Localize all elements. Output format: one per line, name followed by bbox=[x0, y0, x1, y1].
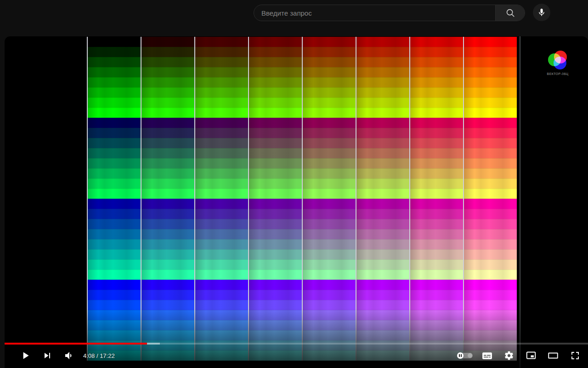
video-surface[interactable]: ВЕКТОР-06Ц bbox=[5, 36, 588, 368]
palette-cell bbox=[464, 108, 517, 118]
fullscreen-button[interactable] bbox=[564, 345, 586, 366]
palette-cell bbox=[88, 290, 141, 300]
palette-cell bbox=[249, 300, 302, 310]
palette-cell bbox=[303, 310, 356, 320]
palette-cell bbox=[195, 178, 248, 189]
palette-cell bbox=[410, 270, 463, 280]
palette-cell bbox=[195, 300, 248, 310]
palette-cell bbox=[303, 320, 356, 330]
palette-cell bbox=[303, 239, 356, 249]
palette-cell bbox=[464, 178, 517, 189]
palette-column bbox=[248, 37, 302, 361]
palette-cell bbox=[303, 77, 356, 87]
palette-cell bbox=[410, 280, 463, 290]
palette-cell bbox=[303, 128, 356, 138]
palette-cell bbox=[464, 138, 517, 148]
palette-cell bbox=[464, 310, 517, 320]
palette-cell bbox=[464, 209, 517, 219]
palette-cell bbox=[195, 168, 248, 178]
palette-cell bbox=[410, 330, 463, 340]
settings-button[interactable] bbox=[498, 345, 520, 366]
palette-cell bbox=[88, 209, 141, 219]
palette-cell bbox=[88, 118, 141, 128]
palette-cell bbox=[88, 87, 141, 98]
palette-cell bbox=[249, 330, 302, 340]
palette-cell bbox=[356, 87, 409, 98]
autoplay-toggle-icon bbox=[457, 352, 473, 359]
palette-cell bbox=[303, 259, 356, 270]
palette-cell bbox=[303, 199, 356, 209]
palette-cell bbox=[410, 108, 463, 118]
search-button[interactable] bbox=[495, 5, 525, 21]
palette-cell bbox=[464, 280, 517, 290]
palette-cell bbox=[141, 249, 194, 259]
palette-cell bbox=[141, 138, 194, 148]
play-button[interactable] bbox=[14, 345, 36, 366]
theater-mode-button[interactable] bbox=[542, 345, 564, 366]
palette-cell bbox=[410, 310, 463, 320]
palette-cell bbox=[356, 199, 409, 209]
palette-cell bbox=[249, 290, 302, 300]
search-input[interactable] bbox=[254, 5, 495, 21]
progress-bar[interactable] bbox=[5, 343, 588, 345]
voice-search-button[interactable] bbox=[533, 4, 550, 21]
palette-cell bbox=[356, 67, 409, 77]
palette-cell bbox=[303, 47, 356, 57]
miniplayer-button[interactable] bbox=[520, 345, 542, 366]
video-edge-line bbox=[520, 36, 520, 368]
palette-cell bbox=[356, 320, 409, 330]
palette-cell bbox=[356, 300, 409, 310]
palette-cell bbox=[195, 37, 248, 47]
palette-cell bbox=[195, 199, 248, 209]
volume-button[interactable] bbox=[58, 345, 80, 366]
palette-column bbox=[87, 37, 141, 361]
palette-cell bbox=[195, 148, 248, 158]
palette-cell bbox=[356, 280, 409, 290]
palette-cell bbox=[410, 77, 463, 87]
palette-cell bbox=[141, 209, 194, 219]
vektor-rgb-logo-icon bbox=[548, 50, 568, 70]
palette-column bbox=[194, 37, 248, 361]
subtitles-button[interactable] bbox=[476, 345, 498, 366]
palette-cell bbox=[303, 209, 356, 219]
palette-cell bbox=[356, 249, 409, 259]
palette-cell bbox=[195, 229, 248, 239]
palette-cell bbox=[88, 320, 141, 330]
palette-cell bbox=[464, 57, 517, 67]
palette-cell bbox=[141, 168, 194, 178]
palette-cell bbox=[410, 118, 463, 128]
palette-cell bbox=[356, 158, 409, 168]
palette-cell bbox=[249, 47, 302, 57]
palette-cell bbox=[410, 138, 463, 148]
microphone-icon bbox=[537, 8, 546, 17]
palette-cell bbox=[249, 108, 302, 118]
palette-cell bbox=[464, 189, 517, 199]
palette-cell bbox=[410, 239, 463, 249]
palette-column bbox=[463, 37, 517, 361]
palette-cell bbox=[356, 148, 409, 158]
palette-cell bbox=[195, 310, 248, 320]
palette-cell bbox=[356, 209, 409, 219]
palette-cell bbox=[141, 280, 194, 290]
next-button[interactable] bbox=[36, 345, 58, 366]
channel-watermark: ВЕКТОР-06Ц bbox=[543, 50, 572, 75]
palette-cell bbox=[464, 330, 517, 340]
palette-cell bbox=[88, 178, 141, 189]
palette-cell bbox=[356, 239, 409, 249]
autoplay-toggle[interactable] bbox=[454, 345, 476, 366]
palette-cell bbox=[249, 57, 302, 67]
palette-cell bbox=[88, 108, 141, 118]
palette-cell bbox=[249, 37, 302, 47]
palette-cell bbox=[303, 330, 356, 340]
palette-cell bbox=[141, 239, 194, 249]
palette-cell bbox=[249, 239, 302, 249]
palette-cell bbox=[303, 98, 356, 108]
palette-cell bbox=[141, 67, 194, 77]
palette-cell bbox=[303, 249, 356, 259]
palette-cell bbox=[410, 37, 463, 47]
palette-cell bbox=[464, 67, 517, 77]
palette-cell bbox=[141, 270, 194, 280]
palette-cell bbox=[141, 148, 194, 158]
palette-cell bbox=[195, 280, 248, 290]
palette-cell bbox=[88, 148, 141, 158]
